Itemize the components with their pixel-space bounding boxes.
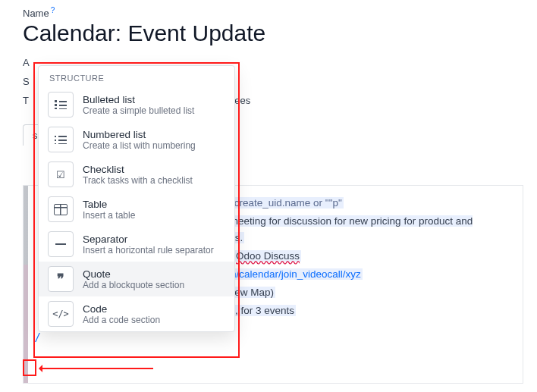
menu-item-desc: Add a blockquote section [83, 280, 184, 290]
menu-item-title: Code [83, 303, 160, 315]
menu-item-title: Separator [83, 234, 214, 245]
help-icon[interactable]: ? [51, 6, 55, 14]
menu-item-title: Quote [83, 268, 184, 280]
menu-item-desc: Add a code section [83, 315, 160, 325]
menu-item-title: Numbered list [83, 129, 196, 140]
menu-item-separator[interactable]: SeparatorInsert a horizontal rule separa… [39, 227, 234, 262]
menu-item-desc: Create a list with numbering [83, 140, 196, 151]
menu-item-title: Checklist [83, 164, 193, 175]
menu-item-checklist[interactable]: ☑ ChecklistTrack tasks with a checklist [39, 157, 234, 192]
menu-item-numbered-list[interactable]: Numbered listCreate a list with numberin… [39, 122, 234, 157]
menu-item-desc: Create a simple bulleted list [83, 105, 194, 116]
numbered-list-icon [48, 127, 74, 152]
checklist-icon: ☑ [48, 162, 74, 187]
table-icon [48, 196, 74, 222]
menu-item-desc: Track tasks with a checklist [83, 175, 193, 186]
separator-icon [48, 231, 74, 257]
structure-popover: STRUCTURE Bulleted listCreate a simple b… [38, 65, 235, 332]
annotation-arrow [39, 368, 153, 369]
popover-header: STRUCTURE [39, 66, 234, 87]
menu-item-desc: Insert a horizontal rule separator [83, 245, 214, 256]
odoo-discuss-link[interactable]: Odoo Discuss [236, 250, 300, 262]
bullet-list-icon [48, 92, 74, 118]
code-icon: </> [48, 301, 74, 327]
menu-item-title: Bulleted list [83, 94, 194, 105]
menu-item-desc: Insert a table [83, 210, 135, 221]
body-line: ernal meeting for discussion for new pri… [203, 215, 473, 243]
menu-item-code[interactable]: </> CodeAdd a code section [39, 296, 234, 331]
quote-icon: ❞ [48, 266, 74, 292]
slash-command-trigger[interactable]: / [36, 331, 510, 345]
menu-item-quote[interactable]: ❞ QuoteAdd a blockquote section [39, 262, 234, 296]
name-field-label: Name? [23, 6, 537, 19]
menu-item-bulleted-list[interactable]: Bulleted listCreate a simple bulleted li… [39, 87, 234, 122]
page-title[interactable]: Calendar: Event Update [23, 20, 537, 46]
menu-item-table[interactable]: TableInsert a table [39, 192, 234, 227]
editor-left-stripe [24, 186, 28, 383]
menu-item-title: Table [83, 199, 135, 210]
